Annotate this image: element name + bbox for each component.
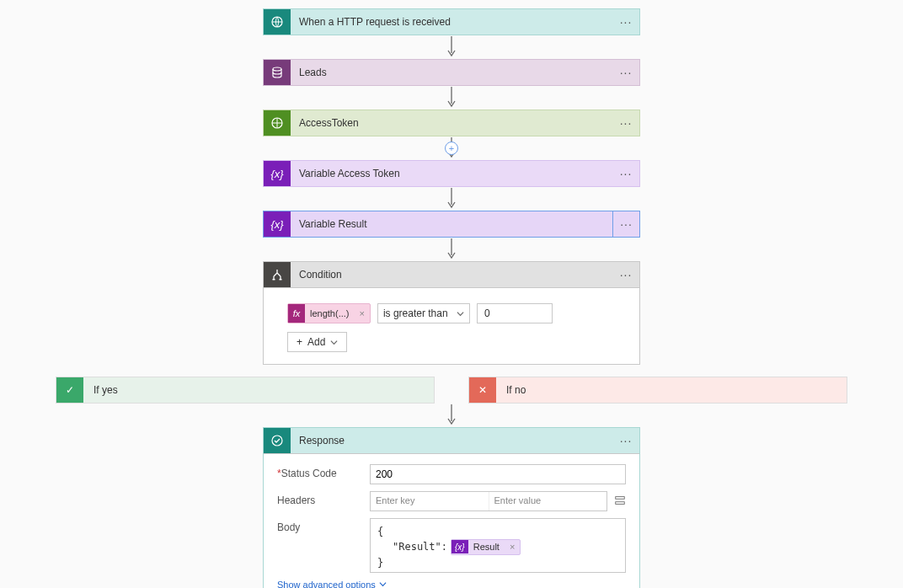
advanced-label: Show advanced options (277, 580, 376, 589)
add-step-button[interactable]: + (445, 142, 458, 155)
step-condition: Condition ··· fx length(...) × is greate… (263, 261, 640, 365)
step-title: Leads (291, 60, 612, 85)
status-code-input[interactable] (370, 464, 626, 484)
svg-rect-8 (273, 279, 275, 281)
http-icon (264, 9, 291, 35)
connector-arrow (446, 35, 457, 59)
cross-icon: ✕ (469, 377, 496, 403)
chevron-down-icon (457, 310, 464, 318)
step-http-request[interactable]: When a HTTP request is received ··· (263, 8, 640, 35)
remove-token-button[interactable]: × (354, 308, 369, 318)
body-line-content: "Result": {x} Result × (377, 539, 618, 555)
branch-if-no[interactable]: ✕ If no (468, 377, 847, 404)
flow-canvas: When a HTTP request is received ··· Lead… (0, 0, 903, 588)
remove-token-button[interactable]: × (505, 540, 520, 554)
connector-arrow (446, 238, 457, 261)
response-body: *Status Code Headers Enter key Enter val… (264, 453, 639, 588)
database-icon (264, 60, 291, 85)
step-menu-button[interactable]: ··· (612, 428, 639, 453)
header-value-placeholder: Enter value (489, 492, 607, 510)
svg-rect-12 (616, 496, 625, 499)
body-input[interactable]: { "Result": {x} Result × } (370, 518, 626, 573)
response-icon (264, 428, 291, 453)
svg-point-11 (272, 436, 282, 446)
condition-branches: ✓ If yes ✕ If no (56, 377, 847, 404)
step-menu-button[interactable]: ··· (612, 60, 639, 85)
step-title: When a HTTP request is received (291, 9, 612, 35)
globe-icon (264, 110, 291, 136)
condition-icon (264, 262, 291, 287)
connector-arrow (446, 404, 457, 427)
body-label: Body (277, 518, 370, 533)
branch-if-yes[interactable]: ✓ If yes (56, 377, 435, 404)
step-variable-access-token[interactable]: {x} Variable Access Token ··· (263, 160, 640, 187)
body-line-close: } (377, 555, 618, 570)
step-menu-button[interactable]: ··· (612, 262, 639, 287)
operator-value: is greater than (383, 307, 448, 319)
step-menu-button[interactable]: ··· (612, 9, 639, 35)
condition-add-button[interactable]: + Add (287, 332, 347, 352)
step-variable-result[interactable]: {x} Variable Result ··· (263, 211, 640, 238)
connector-arrow-with-add: + (446, 136, 457, 160)
response-header[interactable]: Response ··· (264, 428, 639, 453)
expression-text: length(...) (305, 308, 354, 318)
headers-kv-input[interactable]: Enter key Enter value (370, 491, 607, 511)
connector-arrow (446, 86, 457, 110)
step-title: Response (291, 428, 612, 453)
status-code-row: *Status Code (277, 464, 626, 484)
svg-rect-9 (280, 279, 282, 281)
variable-icon: {x} (264, 161, 291, 186)
token-text: Result (468, 540, 505, 554)
variable-icon: {x} (452, 540, 468, 553)
chevron-down-icon (379, 580, 387, 588)
header-key-placeholder: Enter key (371, 492, 489, 510)
branch-label: If no (496, 377, 536, 403)
step-title: AccessToken (291, 110, 612, 136)
fx-icon: fx (288, 304, 305, 323)
headers-label: Headers (277, 491, 370, 506)
svg-point-2 (273, 67, 281, 71)
variable-icon: {x} (264, 211, 291, 237)
body-key-text: "Result": (393, 539, 447, 554)
connector-arrow (446, 187, 457, 211)
step-title: Variable Result (291, 211, 612, 237)
step-leads[interactable]: Leads ··· (263, 59, 640, 86)
add-label: Add (307, 336, 325, 348)
chevron-down-icon (330, 339, 338, 346)
body-line-open: { (377, 524, 618, 539)
condition-header[interactable]: Condition ··· (264, 262, 639, 287)
condition-row: fx length(...) × is greater than 0 (287, 303, 616, 323)
body-row: Body { "Result": {x} Result × } (277, 518, 626, 573)
plus-icon: + (297, 336, 302, 348)
condition-value-input[interactable]: 0 (477, 303, 553, 323)
step-menu-button[interactable]: ··· (612, 211, 639, 237)
condition-value-text: 0 (484, 307, 490, 319)
step-response: Response ··· *Status Code Headers Enter … (263, 427, 640, 588)
step-title: Variable Access Token (291, 161, 612, 186)
step-title: Condition (291, 262, 612, 287)
step-accesstoken[interactable]: AccessToken ··· (263, 110, 640, 136)
step-menu-button[interactable]: ··· (612, 161, 639, 186)
check-icon: ✓ (56, 377, 83, 403)
condition-expression-token[interactable]: fx length(...) × (287, 303, 371, 323)
condition-body: fx length(...) × is greater than 0 + Add (264, 287, 639, 364)
headers-row: Headers Enter key Enter value (277, 491, 626, 511)
branch-label: If yes (83, 377, 128, 403)
body-result-token[interactable]: {x} Result × (451, 539, 521, 555)
status-code-label: *Status Code (277, 464, 370, 479)
step-menu-button[interactable]: ··· (612, 110, 639, 136)
svg-rect-13 (616, 501, 625, 504)
headers-text-mode-button[interactable] (614, 494, 626, 509)
show-advanced-options-link[interactable]: Show advanced options (277, 580, 626, 589)
condition-operator-dropdown[interactable]: is greater than (377, 303, 470, 323)
